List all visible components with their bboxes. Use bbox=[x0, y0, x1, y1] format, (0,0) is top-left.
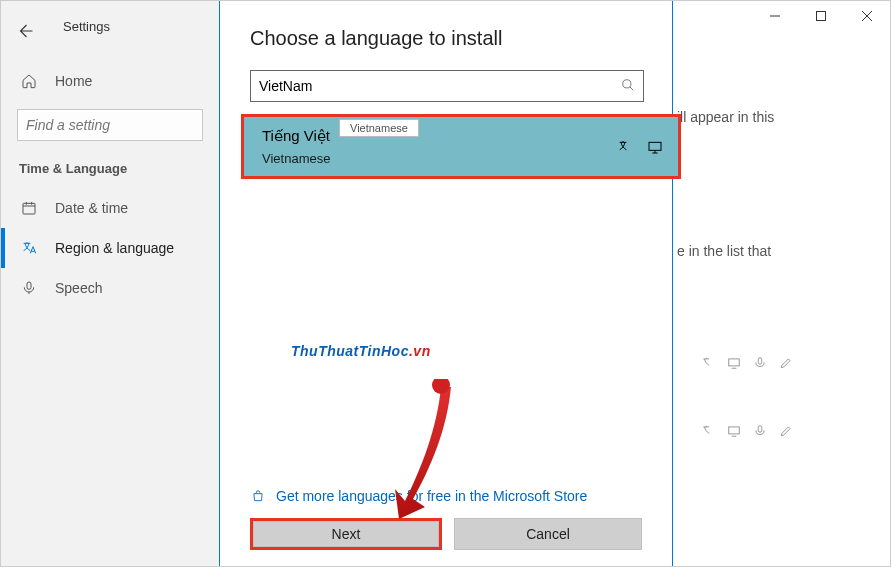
svg-rect-1 bbox=[27, 282, 31, 289]
bg-language-feature-icons bbox=[700, 355, 794, 371]
sidebar-item-label: Speech bbox=[55, 280, 102, 296]
handwriting-icon bbox=[778, 423, 794, 439]
sidebar-search[interactable]: Find a setting bbox=[17, 109, 203, 141]
microphone-icon bbox=[752, 355, 768, 371]
maximize-button[interactable] bbox=[798, 1, 844, 31]
dialog-title: Choose a language to install bbox=[250, 27, 642, 50]
bg-text-fragment: e in the list that bbox=[677, 243, 771, 259]
dialog-button-row: Next Cancel bbox=[250, 518, 642, 550]
language-tooltip: Vietnamese bbox=[339, 119, 419, 137]
watermark-part1: ThuThuatTinHoc bbox=[291, 343, 409, 359]
svg-rect-0 bbox=[23, 203, 35, 214]
language-english-name: Vietnamese bbox=[262, 151, 330, 166]
microphone-icon bbox=[19, 278, 39, 298]
language-search-input[interactable] bbox=[259, 78, 599, 94]
sidebar-search-placeholder: Find a setting bbox=[26, 117, 110, 133]
sidebar-home[interactable]: Home bbox=[1, 61, 219, 101]
sidebar-category: Time & Language bbox=[1, 151, 219, 188]
svg-rect-5 bbox=[758, 358, 762, 364]
sidebar-item-speech[interactable]: Speech bbox=[1, 268, 219, 308]
annotation-arrow bbox=[383, 379, 463, 519]
app-title: Settings bbox=[63, 19, 110, 34]
back-button[interactable] bbox=[7, 13, 43, 49]
language-icon bbox=[19, 238, 39, 258]
sidebar-item-label: Date & time bbox=[55, 200, 128, 216]
svg-point-8 bbox=[623, 79, 631, 87]
svg-rect-7 bbox=[758, 426, 762, 432]
next-button[interactable]: Next bbox=[253, 521, 439, 547]
calendar-clock-icon bbox=[19, 198, 39, 218]
text-to-speech-icon bbox=[700, 355, 716, 371]
minimize-button[interactable] bbox=[752, 1, 798, 31]
sidebar-item-region-language[interactable]: Region & language bbox=[1, 228, 219, 268]
display-icon bbox=[646, 138, 664, 156]
language-feature-icons bbox=[616, 138, 664, 156]
next-button-label: Next bbox=[332, 526, 361, 542]
bg-language-feature-icons bbox=[700, 423, 794, 439]
display-icon bbox=[726, 423, 742, 439]
store-icon bbox=[250, 488, 266, 504]
settings-sidebar: Settings Home Find a setting Time & Lang… bbox=[1, 1, 219, 566]
language-result-vietnamese[interactable]: Tiếng Việt Vietnamese bbox=[244, 117, 678, 176]
watermark: ThuThuatTinHoc.vn bbox=[291, 331, 431, 363]
search-icon bbox=[621, 78, 635, 95]
cancel-button-label: Cancel bbox=[526, 526, 570, 542]
next-button-highlight: Next bbox=[250, 518, 442, 550]
text-to-speech-icon bbox=[700, 423, 716, 439]
close-button[interactable] bbox=[844, 1, 890, 31]
watermark-part2: .vn bbox=[409, 343, 431, 359]
language-search-box[interactable] bbox=[250, 70, 644, 102]
home-icon bbox=[19, 71, 39, 91]
handwriting-icon bbox=[778, 355, 794, 371]
microphone-icon bbox=[752, 423, 768, 439]
sidebar-home-label: Home bbox=[55, 73, 92, 89]
svg-rect-4 bbox=[729, 359, 740, 366]
sidebar-item-date-time[interactable]: Date & time bbox=[1, 188, 219, 228]
language-result-highlight: Tiếng Việt Vietnamese bbox=[241, 114, 681, 179]
display-icon bbox=[726, 355, 742, 371]
bg-text-fragment: ill appear in this bbox=[677, 109, 774, 125]
text-to-speech-icon bbox=[616, 138, 634, 156]
sidebar-item-label: Region & language bbox=[55, 240, 174, 256]
svg-rect-9 bbox=[649, 142, 661, 150]
cancel-button[interactable]: Cancel bbox=[454, 518, 642, 550]
language-native-name: Tiếng Việt bbox=[262, 127, 330, 145]
svg-rect-3 bbox=[817, 12, 826, 21]
window-controls bbox=[752, 1, 890, 31]
svg-rect-6 bbox=[729, 427, 740, 434]
